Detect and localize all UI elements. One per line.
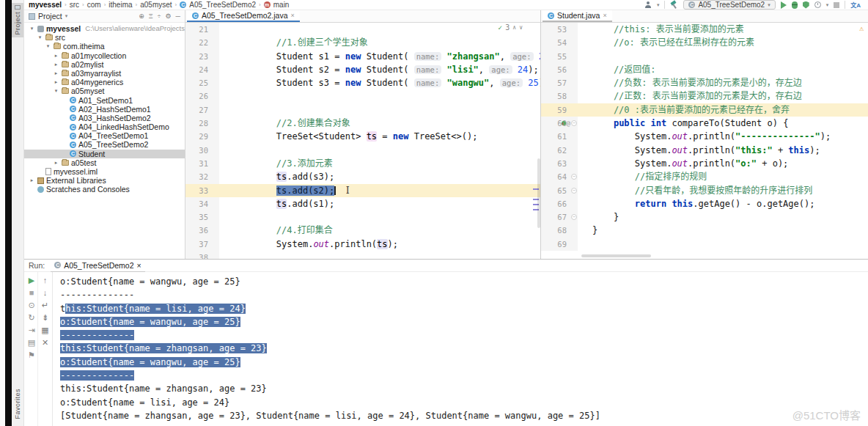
console-line-7[interactable]: o:Student{name = wangwu, age = 25} bbox=[53, 356, 868, 369]
console-line-6[interactable]: this:Student{name = zhangsan, age = 23} bbox=[53, 342, 868, 355]
code-line-38[interactable]: 38 bbox=[185, 251, 540, 259]
breadcrumb-item-itheima[interactable]: itheima bbox=[108, 1, 132, 9]
code-line-62[interactable]: 62 System.out.println("this:" + this); bbox=[541, 144, 868, 157]
tree-expand-arrow-icon[interactable]: ▸ bbox=[53, 60, 59, 69]
code-line-33[interactable]: 33 ts.add(s2);I bbox=[185, 184, 540, 197]
code-line-68[interactable]: 68} bbox=[541, 224, 868, 237]
profiler-chevron-icon[interactable]: ▾ bbox=[826, 2, 829, 8]
project-panel-title[interactable]: Project bbox=[38, 12, 62, 21]
code-line-63[interactable]: 63 System.out.println("o:" + o); bbox=[541, 157, 868, 170]
tree-collapse-arrow-icon[interactable]: ▾ bbox=[37, 33, 43, 42]
code-line-67[interactable]: 67− } bbox=[541, 210, 868, 224]
tree-item-A05_TreeSetDemo2[interactable]: CA05_TreeSetDemo2 bbox=[24, 140, 185, 149]
code-line-35[interactable]: 35 bbox=[185, 210, 540, 224]
tab-student[interactable]: C Student.java × bbox=[542, 10, 612, 22]
code-line-31[interactable]: 31 //3.添加元素 bbox=[185, 157, 540, 170]
stripe-tab-project[interactable]: Project bbox=[12, 3, 23, 37]
code-line-53[interactable]: 53 //this: 表示当前要添加的元素 bbox=[541, 23, 868, 36]
tree-item-Scratches and Consoles[interactable]: Scratches and Consoles bbox=[24, 185, 185, 194]
rerun-icon[interactable]: ▶ bbox=[29, 276, 34, 284]
code-line-28[interactable]: 28 //2.创建集合对象 bbox=[185, 117, 540, 130]
exit-icon[interactable]: ⇥ bbox=[28, 326, 34, 334]
code-line-61[interactable]: 61 System.out.println("--------------"); bbox=[541, 130, 868, 143]
code-line-60[interactable]: 60@− public int compareTo(Student o) { bbox=[541, 117, 868, 130]
code-line-57[interactable]: 57 //负数: 表示当前要添加的元素是小的，存左边 bbox=[541, 76, 868, 89]
breadcrumb-item-A05_TreeSetDemo2[interactable]: A05_TreeSetDemo2 bbox=[189, 1, 256, 9]
console-line-9[interactable]: this:Student{name = zhangsan, age = 23} bbox=[53, 382, 868, 395]
tree-item-a02mylist[interactable]: ▸a02mylist bbox=[24, 60, 185, 69]
down-stack-icon[interactable]: ↓ bbox=[43, 289, 48, 296]
code-line-36[interactable]: 36 //4.打印集合 bbox=[185, 224, 540, 237]
tree-expand-arrow-icon[interactable]: ▸ bbox=[53, 69, 59, 78]
tree-item-a05myset[interactable]: ▾a05myset bbox=[24, 87, 185, 95]
console-line-2[interactable]: -------------- bbox=[53, 288, 868, 301]
tree-collapse-arrow-icon[interactable]: ▾ bbox=[45, 42, 51, 51]
tree-collapse-arrow-icon[interactable]: ▾ bbox=[53, 87, 59, 95]
tree-item-com.itheima[interactable]: ▾com.itheima bbox=[24, 42, 185, 51]
pin-icon[interactable]: ⚑ bbox=[28, 351, 35, 359]
close-icon[interactable]: × bbox=[291, 12, 295, 19]
soft-wrap-icon[interactable]: ↵ bbox=[42, 301, 48, 309]
code-line-64[interactable]: 64− //指定排序的规则 bbox=[541, 170, 868, 183]
code-line-25[interactable]: 25 Student s3 = new Student( name: "wang… bbox=[185, 76, 540, 89]
code-line-69[interactable]: 69 bbox=[541, 238, 868, 251]
restart-icon[interactable]: ↻ bbox=[28, 314, 34, 321]
console-line-8[interactable]: -------------- bbox=[53, 369, 868, 382]
breadcrumb-item-myvessel[interactable]: myvessel bbox=[29, 1, 62, 9]
code-line-34[interactable]: 34 ts.add(s1); bbox=[185, 197, 540, 210]
tree-item-src[interactable]: ▾src bbox=[24, 33, 185, 42]
tree-expand-arrow-icon[interactable]: ▸ bbox=[29, 176, 35, 185]
fold-icon[interactable]: − bbox=[571, 214, 577, 220]
code-line-22[interactable]: 22 //1.创建三个学生对象 bbox=[185, 36, 540, 49]
fold-icon[interactable]: − bbox=[571, 120, 577, 126]
tree-item-A02_HashSetDemo1[interactable]: CA02_HashSetDemo1 bbox=[24, 105, 185, 114]
scroll-to-end-icon[interactable]: ⇟ bbox=[42, 314, 48, 321]
console-line-11[interactable]: [Student{name = zhangsan, age = 23}, Stu… bbox=[53, 409, 868, 422]
code-line-37[interactable]: 37 System.out.println(ts); bbox=[185, 238, 540, 251]
translate-icon[interactable]: 文A bbox=[850, 1, 861, 9]
expand-all-icon[interactable]: ÷ bbox=[158, 12, 161, 20]
code-line-30[interactable]: 30 bbox=[185, 144, 540, 157]
hscrollbar-thumb[interactable] bbox=[581, 254, 651, 257]
stop-icon[interactable]: ■ bbox=[29, 289, 34, 296]
code-line-54[interactable]: 54 //o: 表示已经在红黑树存在的元素 bbox=[541, 36, 868, 49]
tree-expand-arrow-icon[interactable]: ▸ bbox=[53, 158, 59, 167]
console-line-3[interactable]: this:Student{name = lisi, age = 24} bbox=[53, 302, 868, 315]
build-hammer-icon[interactable] bbox=[670, 1, 678, 9]
breadcrumb-item-a05myset[interactable]: a05myset bbox=[140, 1, 172, 9]
code-area-left[interactable]: 2122 //1.创建三个学生对象23 Student s1 = new Stu… bbox=[185, 23, 540, 259]
run-tab[interactable]: C A05_TreeSetDemo2 × bbox=[51, 260, 144, 272]
console-output[interactable]: o:Student{name = wangwu, age = 25}------… bbox=[53, 272, 868, 426]
locate-icon[interactable]: ⊕ bbox=[139, 12, 144, 20]
collapse-all-icon[interactable]: Ξ bbox=[149, 12, 153, 20]
tree-item-Student[interactable]: CStudent bbox=[24, 150, 185, 158]
code-line-29[interactable]: 29 TreeSet<Student> ts = new TreeSet<>()… bbox=[185, 130, 540, 143]
tree-item-a03myarraylist[interactable]: ▸a03myarraylist bbox=[24, 69, 185, 78]
console-line-5[interactable]: -------------- bbox=[53, 328, 868, 342]
code-line-56[interactable]: 56 //返回值: bbox=[541, 63, 868, 76]
code-line-59[interactable]: 59 //0 :表示当前要添加的元素已经存在，舍弃 bbox=[541, 103, 868, 117]
fold-icon[interactable]: − bbox=[571, 188, 577, 194]
warning-icon[interactable]: ⚠ bbox=[859, 24, 864, 32]
console-line-1[interactable]: o:Student{name = wangwu, age = 25} bbox=[53, 275, 868, 288]
code-line-58[interactable]: 58 //正数: 表示当前要添加的元素是大的，存右边 bbox=[541, 89, 868, 103]
code-line-26[interactable]: 26 bbox=[185, 89, 540, 103]
console-line-10[interactable]: o:Student{name = lisi, age = 24} bbox=[53, 396, 868, 409]
clear-all-icon[interactable]: ✕ bbox=[42, 339, 48, 346]
project-chevron-icon[interactable]: ▾ bbox=[65, 13, 68, 19]
inspection-widget[interactable]: ✓3∧∨ bbox=[498, 23, 523, 32]
hide-icon[interactable]: ─ bbox=[176, 12, 180, 20]
print-icon[interactable]: ▦ bbox=[41, 326, 48, 334]
code-line-55[interactable]: 55 bbox=[541, 50, 868, 63]
close-icon[interactable]: × bbox=[603, 12, 606, 19]
breadcrumb-item-src[interactable]: src bbox=[70, 1, 79, 9]
coverage-button[interactable] bbox=[803, 1, 809, 9]
profiler-button[interactable] bbox=[814, 1, 821, 8]
tree-item-a01mycollection[interactable]: ▸a01mycollection bbox=[24, 51, 185, 60]
override-marker-icon[interactable] bbox=[562, 121, 566, 125]
tree-item-a05test[interactable]: ▸a05test bbox=[24, 158, 185, 167]
tab-a05-treesetdemo2[interactable]: C A05_TreeSetDemo2.java × bbox=[187, 10, 300, 22]
breadcrumb-item-com[interactable]: com bbox=[87, 1, 101, 9]
close-icon[interactable]: × bbox=[137, 261, 141, 270]
stop-button[interactable] bbox=[834, 2, 839, 8]
